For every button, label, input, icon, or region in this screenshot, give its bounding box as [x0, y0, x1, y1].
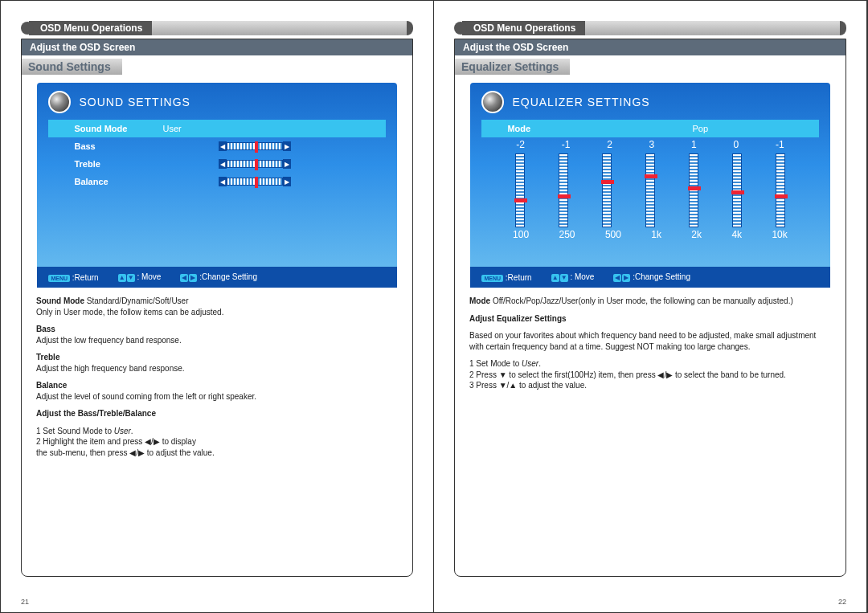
row-balance[interactable]: Balance ◀ ▶	[48, 173, 385, 190]
osd-title: SOUND SETTINGS	[79, 96, 190, 108]
osd-title: EQUALIZER SETTINGS	[512, 96, 649, 108]
page-right: OSD Menu Operations Adjust the OSD Scree…	[434, 1, 867, 612]
menu-button-icon[interactable]: MENU	[481, 275, 503, 282]
page-number: 22	[838, 598, 846, 606]
eq-values: -2-12310-1	[481, 139, 818, 150]
eq-bars[interactable]	[481, 150, 818, 229]
updown-icon[interactable]: ▲▼	[118, 274, 135, 282]
eq-band-500[interactable]	[602, 153, 612, 227]
menu-button-icon[interactable]: MENU	[48, 275, 70, 282]
chapter-bar: OSD Menu Operations	[21, 21, 413, 35]
row-sound-mode[interactable]: Sound Mode User	[48, 120, 385, 137]
row-treble[interactable]: Treble ◀ ▶	[48, 155, 385, 173]
eq-band-1k[interactable]	[645, 153, 655, 227]
speaker-icon	[481, 91, 504, 113]
eq-band-100[interactable]	[515, 153, 525, 227]
section-title: Sound Settings	[22, 59, 122, 75]
chapter-title: OSD Menu Operations	[462, 21, 585, 35]
eq-band-250[interactable]	[559, 153, 568, 227]
content-frame: Adjust the OSD Screen Equalizer Settings…	[454, 39, 846, 577]
content-frame: Adjust the OSD Screen Sound Settings SOU…	[21, 39, 413, 577]
osd-panel-equalizer: EQUALIZER SETTINGS Mode Pop -2-12310-1	[470, 83, 829, 288]
leftright-icon[interactable]: ◀▶	[613, 274, 630, 282]
updown-icon[interactable]: ▲▼	[551, 274, 568, 282]
eq-labels: 1002505001k2k4k10k	[481, 229, 818, 240]
treble-slider[interactable]: ◀ ▶	[219, 159, 291, 169]
section-title: Equalizer Settings	[455, 59, 570, 75]
chapter-dot-icon	[454, 22, 467, 35]
eq-band-4k[interactable]	[732, 153, 742, 227]
leftright-icon[interactable]: ◀▶	[180, 274, 197, 282]
body-text: Mode Off/Rock/Pop/Jazz/User(only in User…	[455, 288, 845, 406]
arrow-left-icon[interactable]: ◀	[219, 141, 227, 151]
body-text: Sound Mode Standard/Dynamic/Soft/UserOnl…	[22, 288, 412, 472]
subheader: Adjust the OSD Screen	[22, 39, 412, 55]
chapter-title: OSD Menu Operations	[29, 21, 152, 35]
speaker-icon	[48, 91, 71, 113]
bass-slider[interactable]: ◀ ▶	[219, 141, 291, 151]
row-eq-mode[interactable]: Mode Pop	[481, 120, 818, 137]
osd-panel-sound: SOUND SETTINGS Sound Mode User Bass ◀ ▶ …	[37, 83, 396, 288]
row-bass[interactable]: Bass ◀ ▶	[48, 137, 385, 155]
eq-band-2k[interactable]	[689, 153, 698, 227]
balance-slider[interactable]: ◀ ▶	[219, 177, 291, 186]
chapter-dot-icon	[21, 22, 34, 35]
subheader: Adjust the OSD Screen	[455, 39, 845, 55]
page-number: 21	[21, 598, 29, 606]
chapter-bar: OSD Menu Operations	[454, 21, 846, 35]
arrow-right-icon[interactable]: ▶	[283, 141, 291, 151]
osd-footer: MENU :Return ▲▼ : Move ◀▶ :Change Settin…	[470, 267, 829, 288]
page-left: OSD Menu Operations Adjust the OSD Scree…	[1, 1, 434, 612]
osd-footer: MENU :Return ▲▼ : Move ◀▶ :Change Settin…	[37, 267, 396, 288]
eq-band-10k[interactable]	[776, 153, 785, 227]
